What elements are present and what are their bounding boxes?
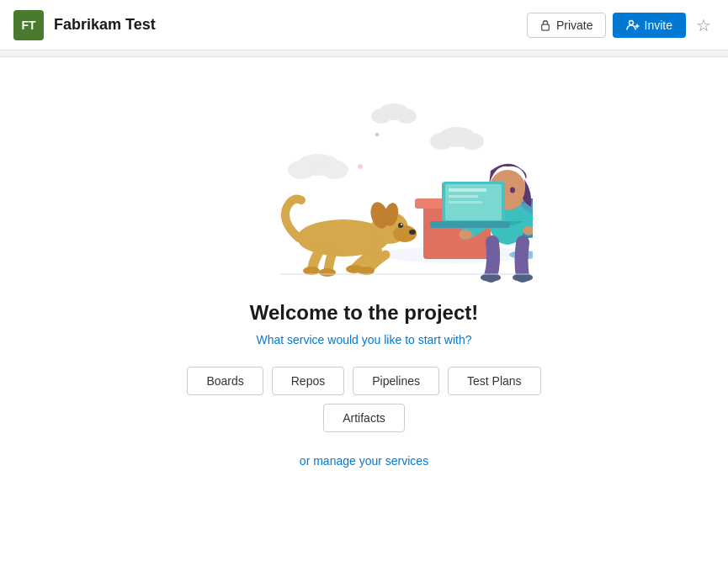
main-content: Welcome to the project! What service wou… xyxy=(0,57,728,468)
svg-point-9 xyxy=(288,161,315,179)
invite-icon xyxy=(626,19,640,32)
svg-rect-32 xyxy=(449,195,478,198)
header-actions: Private Invite ☆ xyxy=(527,12,715,39)
private-label: Private xyxy=(556,19,593,32)
boards-button[interactable]: Boards xyxy=(187,367,263,395)
sub-bar xyxy=(0,50,728,57)
svg-point-4 xyxy=(396,108,417,124)
svg-point-39 xyxy=(398,223,403,228)
lock-icon xyxy=(539,19,551,31)
illustration xyxy=(196,74,533,293)
svg-point-10 xyxy=(321,161,348,179)
favorite-button[interactable]: ☆ xyxy=(693,12,715,39)
artifacts-button[interactable]: Artifacts xyxy=(323,404,405,432)
manage-services-link[interactable]: or manage your services xyxy=(300,454,428,468)
svg-rect-0 xyxy=(542,24,550,30)
svg-point-3 xyxy=(371,108,391,124)
repos-button[interactable]: Repos xyxy=(272,367,344,395)
welcome-title: Welcome to the project! xyxy=(250,301,479,325)
svg-rect-31 xyxy=(449,188,486,192)
svg-point-1 xyxy=(629,20,633,24)
star-icon: ☆ xyxy=(696,16,711,34)
test-plans-button[interactable]: Test Plans xyxy=(448,367,541,395)
svg-point-7 xyxy=(460,133,484,150)
pipelines-button[interactable]: Pipelines xyxy=(353,367,439,395)
invite-button[interactable]: Invite xyxy=(613,13,686,38)
svg-point-27 xyxy=(510,188,515,193)
svg-point-11 xyxy=(375,133,379,137)
svg-point-22 xyxy=(459,230,472,240)
service-row-2: Artifacts xyxy=(323,404,405,432)
private-button[interactable]: Private xyxy=(527,13,606,38)
header: FT Fabrikam Test Private Invite ☆ xyxy=(0,0,728,50)
svg-point-46 xyxy=(319,268,336,277)
project-title: Fabrikam Test xyxy=(54,16,527,34)
svg-rect-33 xyxy=(449,201,482,204)
svg-point-12 xyxy=(358,164,363,169)
project-logo: FT xyxy=(13,10,44,40)
svg-point-40 xyxy=(401,224,402,225)
svg-point-6 xyxy=(430,133,454,150)
welcome-subtitle: What service would you like to start wit… xyxy=(257,333,472,346)
service-row-1: Boards Repos Pipelines Test Plans xyxy=(187,367,540,395)
invite-label: Invite xyxy=(645,19,672,32)
svg-rect-34 xyxy=(430,221,510,228)
svg-point-38 xyxy=(409,230,416,235)
